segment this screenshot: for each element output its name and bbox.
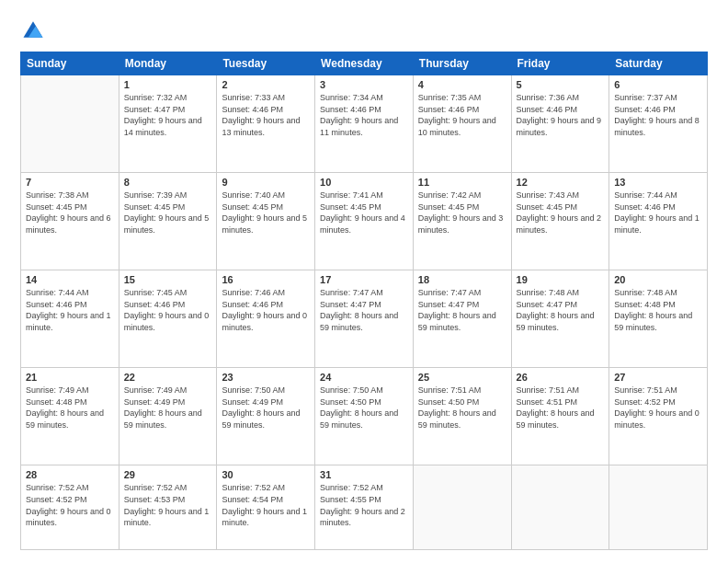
header-tuesday: Tuesday <box>217 52 315 75</box>
day-info: Sunrise: 7:46 AMSunset: 4:46 PMDaylight:… <box>222 287 310 333</box>
header-friday: Friday <box>511 52 609 75</box>
day-info: Sunrise: 7:38 AMSunset: 4:45 PMDaylight:… <box>26 190 114 236</box>
day-number: 30 <box>222 469 310 480</box>
day-number: 12 <box>517 177 605 188</box>
day-number: 21 <box>26 372 114 383</box>
header <box>20 17 708 42</box>
day-number: 28 <box>26 469 114 480</box>
calendar-cell: 24Sunrise: 7:50 AMSunset: 4:50 PMDayligh… <box>315 368 414 465</box>
day-info: Sunrise: 7:36 AMSunset: 4:46 PMDaylight:… <box>517 92 605 138</box>
calendar-cell: 17Sunrise: 7:47 AMSunset: 4:47 PMDayligh… <box>315 270 414 368</box>
calendar-week-row: 14Sunrise: 7:44 AMSunset: 4:46 PMDayligh… <box>21 270 708 368</box>
day-info: Sunrise: 7:51 AMSunset: 4:50 PMDaylight:… <box>418 385 506 431</box>
day-number: 11 <box>418 177 506 188</box>
day-number: 3 <box>320 79 408 90</box>
day-info: Sunrise: 7:32 AMSunset: 4:47 PMDaylight:… <box>124 92 212 138</box>
day-info: Sunrise: 7:40 AMSunset: 4:45 PMDaylight:… <box>222 190 310 236</box>
day-number: 8 <box>124 177 212 188</box>
calendar-cell: 7Sunrise: 7:38 AMSunset: 4:45 PMDaylight… <box>21 173 119 270</box>
day-info: Sunrise: 7:47 AMSunset: 4:47 PMDaylight:… <box>418 287 506 333</box>
day-info: Sunrise: 7:44 AMSunset: 4:46 PMDaylight:… <box>26 287 114 333</box>
day-info: Sunrise: 7:51 AMSunset: 4:51 PMDaylight:… <box>517 385 605 431</box>
day-info: Sunrise: 7:34 AMSunset: 4:46 PMDaylight:… <box>320 92 408 138</box>
day-info: Sunrise: 7:52 AMSunset: 4:53 PMDaylight:… <box>124 482 212 528</box>
calendar-cell: 30Sunrise: 7:52 AMSunset: 4:54 PMDayligh… <box>217 465 315 550</box>
day-info: Sunrise: 7:52 AMSunset: 4:52 PMDaylight:… <box>26 482 114 528</box>
calendar-cell: 6Sunrise: 7:37 AMSunset: 4:46 PMDaylight… <box>609 75 708 173</box>
calendar-cell: 25Sunrise: 7:51 AMSunset: 4:50 PMDayligh… <box>413 368 511 465</box>
logo <box>20 17 50 42</box>
day-number: 23 <box>222 372 310 383</box>
calendar-cell: 1Sunrise: 7:32 AMSunset: 4:47 PMDaylight… <box>119 75 217 173</box>
day-info: Sunrise: 7:50 AMSunset: 4:50 PMDaylight:… <box>320 385 408 431</box>
day-info: Sunrise: 7:51 AMSunset: 4:52 PMDaylight:… <box>614 385 702 431</box>
day-number: 27 <box>614 372 702 383</box>
day-number: 26 <box>517 372 605 383</box>
header-sunday: Sunday <box>21 52 119 75</box>
day-number: 5 <box>517 79 605 90</box>
day-number: 16 <box>222 274 310 285</box>
calendar-cell <box>511 465 609 550</box>
day-number: 6 <box>614 79 702 90</box>
day-number: 18 <box>418 274 506 285</box>
day-number: 1 <box>124 79 212 90</box>
day-number: 22 <box>124 372 212 383</box>
calendar-cell: 21Sunrise: 7:49 AMSunset: 4:48 PMDayligh… <box>21 368 119 465</box>
day-number: 20 <box>614 274 702 285</box>
weekday-header-row: Sunday Monday Tuesday Wednesday Thursday… <box>21 52 708 75</box>
header-thursday: Thursday <box>413 52 511 75</box>
calendar-cell: 8Sunrise: 7:39 AMSunset: 4:45 PMDaylight… <box>119 173 217 270</box>
day-number: 29 <box>124 469 212 480</box>
day-info: Sunrise: 7:50 AMSunset: 4:49 PMDaylight:… <box>222 385 310 431</box>
day-number: 14 <box>26 274 114 285</box>
day-number: 17 <box>320 274 408 285</box>
day-info: Sunrise: 7:41 AMSunset: 4:45 PMDaylight:… <box>320 190 408 236</box>
calendar-cell: 5Sunrise: 7:36 AMSunset: 4:46 PMDaylight… <box>511 75 609 173</box>
day-info: Sunrise: 7:43 AMSunset: 4:45 PMDaylight:… <box>517 190 605 236</box>
calendar-cell: 10Sunrise: 7:41 AMSunset: 4:45 PMDayligh… <box>315 173 414 270</box>
day-info: Sunrise: 7:52 AMSunset: 4:54 PMDaylight:… <box>222 482 310 528</box>
calendar-cell: 22Sunrise: 7:49 AMSunset: 4:49 PMDayligh… <box>119 368 217 465</box>
calendar-cell <box>413 465 511 550</box>
calendar-cell: 13Sunrise: 7:44 AMSunset: 4:46 PMDayligh… <box>609 173 708 270</box>
day-info: Sunrise: 7:48 AMSunset: 4:47 PMDaylight:… <box>517 287 605 333</box>
page: Sunday Monday Tuesday Wednesday Thursday… <box>0 0 728 563</box>
calendar-cell: 20Sunrise: 7:48 AMSunset: 4:48 PMDayligh… <box>609 270 708 368</box>
day-number: 25 <box>418 372 506 383</box>
calendar-cell: 9Sunrise: 7:40 AMSunset: 4:45 PMDaylight… <box>217 173 315 270</box>
calendar-week-row: 7Sunrise: 7:38 AMSunset: 4:45 PMDaylight… <box>21 173 708 270</box>
calendar-cell: 19Sunrise: 7:48 AMSunset: 4:47 PMDayligh… <box>511 270 609 368</box>
calendar-cell: 12Sunrise: 7:43 AMSunset: 4:45 PMDayligh… <box>511 173 609 270</box>
day-number: 7 <box>26 177 114 188</box>
day-number: 13 <box>614 177 702 188</box>
calendar-cell: 31Sunrise: 7:52 AMSunset: 4:55 PMDayligh… <box>315 465 414 550</box>
day-number: 24 <box>320 372 408 383</box>
day-info: Sunrise: 7:37 AMSunset: 4:46 PMDaylight:… <box>614 92 702 138</box>
day-number: 9 <box>222 177 310 188</box>
header-monday: Monday <box>119 52 217 75</box>
day-info: Sunrise: 7:48 AMSunset: 4:48 PMDaylight:… <box>614 287 702 333</box>
calendar: Sunday Monday Tuesday Wednesday Thursday… <box>20 52 708 550</box>
day-info: Sunrise: 7:35 AMSunset: 4:46 PMDaylight:… <box>418 92 506 138</box>
calendar-cell: 14Sunrise: 7:44 AMSunset: 4:46 PMDayligh… <box>21 270 119 368</box>
calendar-cell: 18Sunrise: 7:47 AMSunset: 4:47 PMDayligh… <box>413 270 511 368</box>
calendar-cell: 4Sunrise: 7:35 AMSunset: 4:46 PMDaylight… <box>413 75 511 173</box>
day-info: Sunrise: 7:44 AMSunset: 4:46 PMDaylight:… <box>614 190 702 236</box>
day-info: Sunrise: 7:49 AMSunset: 4:49 PMDaylight:… <box>124 385 212 431</box>
day-number: 31 <box>320 469 408 480</box>
day-info: Sunrise: 7:47 AMSunset: 4:47 PMDaylight:… <box>320 287 408 333</box>
calendar-cell: 28Sunrise: 7:52 AMSunset: 4:52 PMDayligh… <box>21 465 119 550</box>
calendar-cell: 11Sunrise: 7:42 AMSunset: 4:45 PMDayligh… <box>413 173 511 270</box>
day-info: Sunrise: 7:42 AMSunset: 4:45 PMDaylight:… <box>418 190 506 236</box>
day-info: Sunrise: 7:49 AMSunset: 4:48 PMDaylight:… <box>26 385 114 431</box>
calendar-cell: 16Sunrise: 7:46 AMSunset: 4:46 PMDayligh… <box>217 270 315 368</box>
calendar-cell <box>21 75 119 173</box>
day-number: 19 <box>517 274 605 285</box>
header-wednesday: Wednesday <box>315 52 414 75</box>
calendar-week-row: 28Sunrise: 7:52 AMSunset: 4:52 PMDayligh… <box>21 465 708 550</box>
header-saturday: Saturday <box>609 52 708 75</box>
day-number: 4 <box>418 79 506 90</box>
day-number: 2 <box>222 79 310 90</box>
calendar-cell: 29Sunrise: 7:52 AMSunset: 4:53 PMDayligh… <box>119 465 217 550</box>
day-number: 15 <box>124 274 212 285</box>
